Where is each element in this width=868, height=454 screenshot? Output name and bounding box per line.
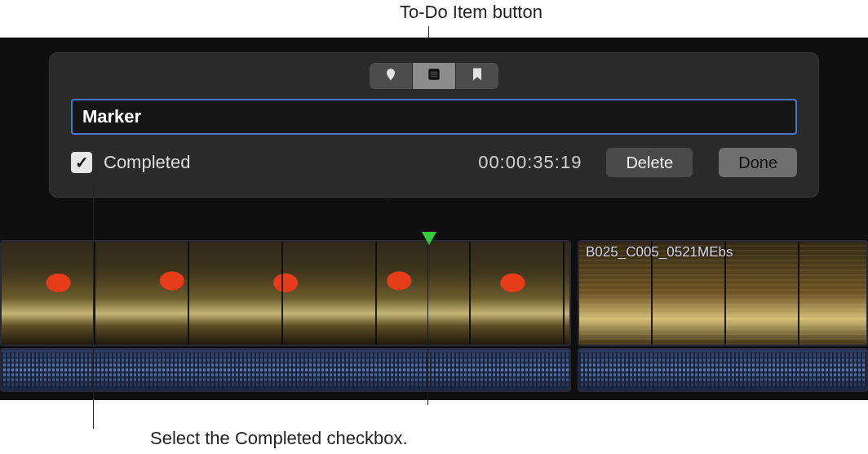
marker-todo-icon [426,66,442,87]
frame-dividers [2,242,569,345]
standard-marker-button[interactable] [370,63,412,89]
timeline-clip-1-audio[interactable] [0,348,571,392]
playhead[interactable] [427,234,428,405]
marker-chapter-icon [469,66,485,87]
timeline-clip-2-audio[interactable] [578,348,868,392]
audio-waveform [2,369,569,372]
timeline-clip-1[interactable] [0,240,571,346]
marker-timecode: 00:00:35:19 [478,152,582,173]
marker-popover: ✓ Completed 00:00:35:19 Delete Done [49,52,819,198]
annotation-top: To-Do Item button [400,2,542,23]
checkmark-icon: ✓ [75,153,89,172]
timeline-clip-2[interactable]: B025_C005_0521MEbs [578,240,868,346]
clip-name-label: B025_C005_0521MEbs [586,244,733,260]
delete-button[interactable]: Delete [606,148,693,177]
annotation-bottom: Select the Completed checkbox. [150,428,408,449]
annotation-leader-bottom [93,184,94,429]
svg-rect-3 [431,75,437,77]
popover-controls-row: ✓ Completed 00:00:35:19 Delete Done [71,146,797,179]
completed-label: Completed [104,152,190,173]
svg-rect-2 [431,73,437,75]
svg-rect-1 [431,71,437,73]
marker-standard-icon [383,66,399,87]
done-button[interactable]: Done [719,148,797,177]
app-viewport: ✓ Completed 00:00:35:19 Delete Done B025… [0,38,868,400]
todo-marker-button[interactable] [413,63,455,89]
audio-waveform [579,369,866,372]
marker-name-field[interactable] [71,99,797,135]
todo-marker-indicator[interactable] [422,232,436,245]
completed-checkbox[interactable]: ✓ [71,152,92,173]
chapter-marker-button[interactable] [456,63,498,89]
popover-arrow [377,186,400,199]
marker-type-segmented-control [50,63,818,89]
